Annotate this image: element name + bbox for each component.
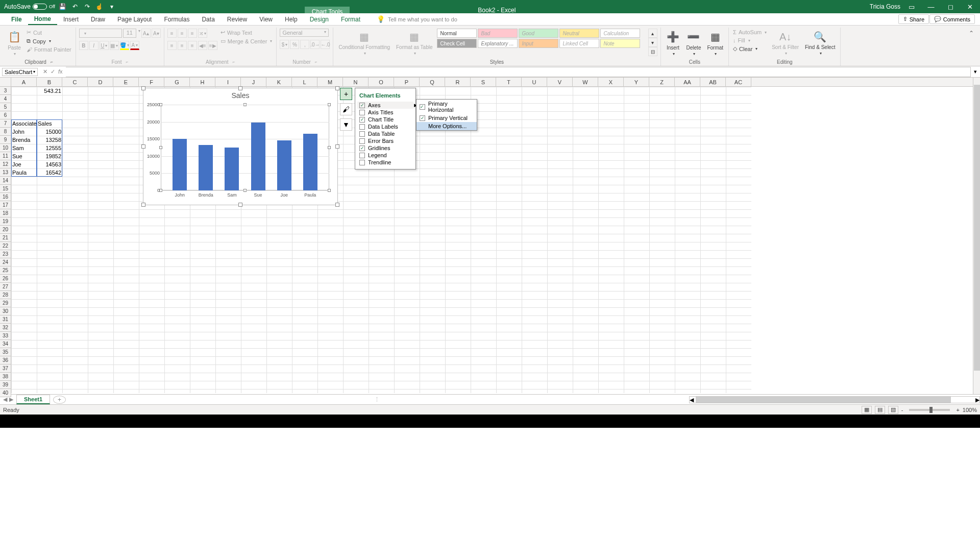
chart-element-item[interactable]: ✓Gridlines xyxy=(357,144,413,152)
tab-page-layout[interactable]: Page Layout xyxy=(111,14,158,25)
column-header[interactable]: H xyxy=(190,78,215,86)
zoom-level[interactable]: 100% xyxy=(963,407,977,413)
column-header[interactable]: R xyxy=(445,78,471,86)
row-header[interactable]: 6 xyxy=(0,111,11,119)
bold-button[interactable]: B xyxy=(79,41,88,50)
italic-button[interactable]: I xyxy=(89,41,99,50)
row-header[interactable]: 19 xyxy=(0,217,11,226)
column-header[interactable]: O xyxy=(369,78,394,86)
row-header[interactable]: 15 xyxy=(0,185,11,193)
cell-a7[interactable]: Associate xyxy=(11,119,37,128)
paste-button[interactable]: 📋 Paste▾ xyxy=(5,29,23,57)
normal-view-icon[interactable]: ▦ xyxy=(862,406,872,414)
redo-icon[interactable]: ↷ xyxy=(83,2,92,11)
orientation-icon[interactable]: ⤮▾ xyxy=(198,29,207,38)
font-launcher-icon[interactable]: ⌐ xyxy=(126,60,128,64)
cell-a10[interactable]: Sam xyxy=(11,144,37,152)
chart-element-item[interactable]: ✓Axes▶ xyxy=(357,102,413,109)
chart-element-item[interactable]: Axis Titles xyxy=(357,109,413,116)
scroll-left-icon[interactable]: ◀ xyxy=(690,397,694,403)
dec-decimal-icon[interactable]: ←.0 xyxy=(321,40,330,49)
align-bottom-icon[interactable]: ≡ xyxy=(188,29,197,38)
column-header[interactable]: T xyxy=(496,78,522,86)
chart-handle[interactable] xyxy=(335,203,339,207)
column-header[interactable]: Y xyxy=(624,78,649,86)
format-cells-button[interactable]: ▦Format▾ xyxy=(705,29,725,57)
cell-b13[interactable]: 16542 xyxy=(37,168,62,177)
collapse-ribbon-icon[interactable]: ⌃ xyxy=(965,28,978,66)
row-header[interactable]: 27 xyxy=(0,283,11,291)
fill-button[interactable]: ↓Fill▾ xyxy=(732,37,768,44)
column-header[interactable]: D xyxy=(88,78,113,86)
cell-b10[interactable]: 12555 xyxy=(37,144,62,152)
column-header[interactable]: J xyxy=(241,78,266,86)
number-format-dropdown[interactable]: General▾ xyxy=(280,29,329,37)
new-sheet-button[interactable]: + xyxy=(53,396,66,404)
column-header[interactable]: A xyxy=(11,78,37,86)
tab-view[interactable]: View xyxy=(253,14,279,25)
chart-bar[interactable] xyxy=(173,139,187,190)
styles-gallery-more-icon[interactable]: ⊟ xyxy=(648,47,657,56)
clipboard-launcher-icon[interactable]: ⌐ xyxy=(51,60,53,64)
cut-button[interactable]: ✂Cut xyxy=(26,29,72,36)
column-header[interactable]: W xyxy=(573,78,598,86)
row-header[interactable]: 28 xyxy=(0,291,11,299)
tab-formulas[interactable]: Formulas xyxy=(158,14,195,25)
column-header[interactable]: L xyxy=(292,78,317,86)
touch-mode-icon[interactable]: ☝ xyxy=(95,2,104,11)
align-middle-icon[interactable]: ≡ xyxy=(178,29,187,38)
row-header[interactable]: 9 xyxy=(0,136,11,144)
row-header[interactable]: 33 xyxy=(0,332,11,340)
chart-handle[interactable] xyxy=(141,86,145,90)
styles-gallery-down-icon[interactable]: ▾ xyxy=(648,38,657,47)
grow-font-icon[interactable]: A▴ xyxy=(141,29,151,38)
tab-home[interactable]: Home xyxy=(28,14,57,25)
row-header[interactable]: 11 xyxy=(0,152,11,160)
checkbox-icon[interactable] xyxy=(359,131,365,137)
cell-b11[interactable]: 19852 xyxy=(37,152,62,160)
chart-element-sub-item[interactable]: More Options... xyxy=(416,122,477,130)
row-header[interactable]: 29 xyxy=(0,299,11,307)
align-top-icon[interactable]: ≡ xyxy=(167,29,177,38)
styles-gallery-up-icon[interactable]: ▴ xyxy=(648,29,657,38)
tab-draw[interactable]: Draw xyxy=(85,14,111,25)
chart-element-item[interactable]: Data Table xyxy=(357,130,413,137)
border-button[interactable]: ▦▾ xyxy=(110,41,119,50)
cell-b12[interactable]: 14563 xyxy=(37,160,62,168)
chart-handle[interactable] xyxy=(238,86,242,90)
column-header[interactable]: M xyxy=(317,78,343,86)
zoom-out-button[interactable]: - xyxy=(901,407,903,413)
row-header[interactable]: 22 xyxy=(0,242,11,250)
insert-function-icon[interactable]: fx xyxy=(58,68,63,75)
find-select-button[interactable]: 🔍Find & Select▾ xyxy=(803,29,837,57)
align-right-icon[interactable]: ≡ xyxy=(188,41,197,50)
user-name[interactable]: Tricia Goss xyxy=(870,3,900,10)
conditional-formatting-button[interactable]: ▦Conditional Formatting▾ xyxy=(336,29,392,57)
row-header[interactable]: 20 xyxy=(0,226,11,234)
worksheet-grid[interactable]: ABCDEFGHIJKLMNOPQRSTUVWXYZAAABAC 3456789… xyxy=(0,78,980,394)
chart-bar[interactable] xyxy=(277,140,291,190)
copy-button[interactable]: ⧉Copy▾ xyxy=(26,37,72,45)
column-header[interactable]: E xyxy=(113,78,139,86)
column-header[interactable]: G xyxy=(164,78,190,86)
row-header[interactable]: 36 xyxy=(0,356,11,364)
merge-center-button[interactable]: ▭Merge & Center▾ xyxy=(219,37,274,45)
tab-chart-format[interactable]: Format xyxy=(335,14,366,25)
maximize-icon[interactable]: ◻ xyxy=(942,0,959,13)
tab-chart-design[interactable]: Design xyxy=(304,14,335,25)
chart-handle[interactable] xyxy=(335,86,339,90)
underline-button[interactable]: U▾ xyxy=(100,41,109,50)
chart-plot-area[interactable]: 0500010000150002000025000JohnBrendaSamSu… xyxy=(161,105,329,190)
column-header[interactable]: P xyxy=(394,78,420,86)
autosum-button[interactable]: ΣAutoSum▾ xyxy=(732,29,768,36)
row-header[interactable]: 17 xyxy=(0,201,11,209)
vertical-scrollbar[interactable] xyxy=(973,78,980,394)
chart-filters-button[interactable]: ▼ xyxy=(340,118,352,131)
ribbon-options-icon[interactable]: ▭ xyxy=(903,0,920,13)
chart-element-item[interactable]: Data Labels xyxy=(357,123,413,130)
column-header[interactable]: N xyxy=(343,78,369,86)
comma-icon[interactable]: , xyxy=(300,40,309,49)
format-as-table-button[interactable]: ▦Format as Table▾ xyxy=(394,29,435,57)
checkbox-icon[interactable] xyxy=(359,153,365,158)
chart-handle[interactable] xyxy=(141,203,145,207)
